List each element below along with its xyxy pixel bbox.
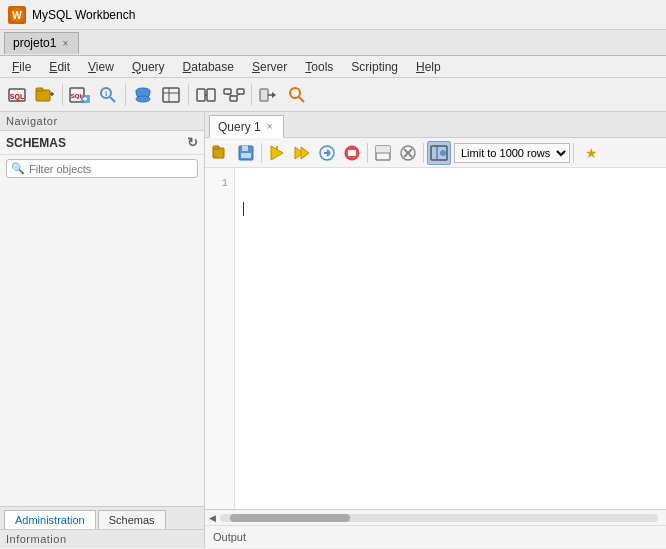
qtb-sep4 (573, 143, 574, 163)
svg-rect-24 (224, 89, 231, 94)
svg-rect-25 (230, 96, 237, 101)
sidebar-tabs: Administration Schemas (0, 507, 204, 529)
menu-scripting[interactable]: Scripting (343, 58, 406, 76)
svg-rect-38 (241, 153, 251, 158)
editor-area: Query 1 × (205, 112, 666, 548)
svg-rect-29 (260, 89, 268, 101)
query-tab-close[interactable]: × (267, 121, 273, 132)
svg-rect-50 (376, 146, 390, 153)
menu-edit[interactable]: Edit (41, 58, 78, 76)
toolbar-sep4 (251, 84, 252, 106)
svg-text:i: i (105, 89, 107, 98)
refresh-icon[interactable]: ↻ (187, 135, 198, 150)
svg-rect-22 (207, 89, 215, 101)
limit-select[interactable]: Limit to 1000 rows Don't Limit Limit to … (454, 143, 570, 163)
conn-tab[interactable]: projeto1 × (4, 32, 79, 54)
scroll-thumb[interactable] (230, 514, 350, 522)
toolbar-db-btn[interactable] (130, 82, 156, 108)
information-bar: Information (0, 529, 204, 548)
svg-point-32 (290, 88, 300, 98)
output-label: Output (213, 531, 246, 543)
query-tab-bar: Query 1 × (205, 112, 666, 138)
svg-line-33 (299, 97, 304, 102)
toolbar-sep3 (188, 84, 189, 106)
qtb-sep1 (261, 143, 262, 163)
svg-text:SQL: SQL (10, 93, 25, 101)
toolbar-search-btn[interactable] (284, 82, 310, 108)
scroll-left-arrow[interactable]: ◀ (209, 513, 216, 523)
menu-bar: File Edit View Query Database Server Too… (0, 56, 666, 78)
schemas-header: SCHEMAS ↻ (0, 131, 204, 155)
svg-rect-4 (36, 90, 50, 101)
qtb-toggle-result-btn[interactable] (371, 141, 395, 165)
svg-point-57 (440, 150, 446, 156)
filter-icon: 🔍 (11, 162, 25, 175)
conn-tab-bar: projeto1 × (0, 30, 666, 56)
editor-content[interactable] (235, 168, 666, 509)
query-tab-label: Query 1 (218, 120, 261, 134)
qtb-execute-btn[interactable] (265, 141, 289, 165)
toolbar-migrate-btn[interactable] (256, 82, 282, 108)
menu-tools[interactable]: Tools (297, 58, 341, 76)
qtb-sep2 (367, 143, 368, 163)
code-editor: 1 (205, 168, 666, 509)
filter-box: 🔍 (6, 159, 198, 178)
sidebar-bottom: Administration Schemas Information (0, 506, 204, 548)
toolbar-table-btn[interactable] (158, 82, 184, 108)
line-num-1: 1 (205, 174, 234, 190)
sidebar: Navigator SCHEMAS ↻ 🔍 Administration Sch… (0, 112, 205, 548)
svg-line-15 (110, 97, 115, 102)
query-toolbar: Limit to 1000 rows Don't Limit Limit to … (205, 138, 666, 168)
qtb-sep3 (423, 143, 424, 163)
qtb-save-btn[interactable] (234, 141, 258, 165)
toolbar-model-btn[interactable] (221, 82, 247, 108)
qtb-stop-btn[interactable] (340, 141, 364, 165)
qtb-open-btn[interactable] (209, 141, 233, 165)
menu-server[interactable]: Server (244, 58, 295, 76)
text-cursor (243, 202, 244, 216)
line-numbers: 1 (205, 168, 235, 509)
toolbar-eer-btn[interactable] (193, 82, 219, 108)
title-bar: W MySQL Workbench (0, 0, 666, 30)
svg-rect-26 (237, 89, 244, 94)
svg-rect-5 (36, 88, 43, 91)
sidebar-content (0, 182, 204, 506)
menu-help[interactable]: Help (408, 58, 449, 76)
app-title: MySQL Workbench (32, 8, 135, 22)
svg-marker-31 (272, 92, 276, 98)
qtb-toggle-panel-btn[interactable] (427, 141, 451, 165)
toolbar-sql2-btn[interactable]: SQL (67, 82, 93, 108)
scroll-track[interactable] (220, 514, 658, 522)
query-tab-1[interactable]: Query 1 × (209, 115, 284, 138)
toolbar-sep1 (62, 84, 63, 106)
conn-tab-close[interactable]: × (62, 38, 68, 49)
main-toolbar: SQL SQL i (0, 78, 666, 112)
app-icon: W (8, 6, 26, 24)
svg-text:W: W (12, 10, 22, 21)
qtb-explain-btn[interactable] (315, 141, 339, 165)
content-area: Navigator SCHEMAS ↻ 🔍 Administration Sch… (0, 112, 666, 548)
tab-schemas[interactable]: Schemas (98, 510, 166, 529)
conn-tab-label: projeto1 (13, 36, 56, 50)
qtb-cancel-btn[interactable] (396, 141, 420, 165)
toolbar-new-conn-btn[interactable]: SQL (4, 82, 30, 108)
menu-database[interactable]: Database (175, 58, 242, 76)
qtb-execute-sel-btn[interactable] (290, 141, 314, 165)
svg-rect-48 (348, 150, 356, 156)
tab-administration[interactable]: Administration (4, 510, 96, 529)
toolbar-sep2 (125, 84, 126, 106)
svg-rect-21 (197, 89, 205, 101)
bottom-area: ◀ Output (205, 509, 666, 548)
horizontal-scrollbar[interactable]: ◀ (205, 510, 666, 526)
menu-view[interactable]: View (80, 58, 122, 76)
svg-rect-37 (242, 146, 248, 151)
menu-query[interactable]: Query (124, 58, 173, 76)
svg-rect-35 (213, 146, 219, 149)
filter-input[interactable] (29, 163, 193, 175)
limit-dropdown[interactable]: Limit to 1000 rows Don't Limit Limit to … (454, 143, 570, 163)
toolbar-inspect-btn[interactable]: i (95, 82, 121, 108)
menu-file[interactable]: File (4, 58, 39, 76)
qtb-star-btn[interactable]: ★ (581, 143, 601, 163)
toolbar-open-btn[interactable] (32, 82, 58, 108)
schemas-label: SCHEMAS (6, 136, 66, 150)
